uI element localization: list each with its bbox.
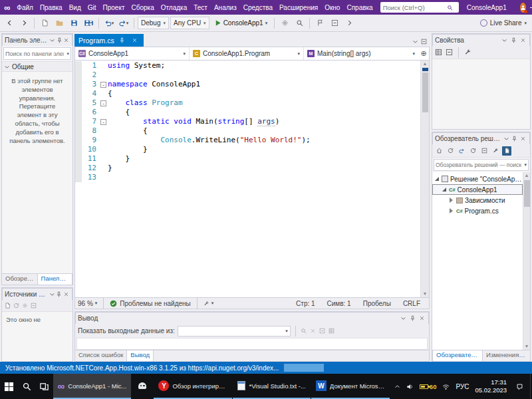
home-icon[interactable] [434,146,444,156]
scrollbar-thumb[interactable] [422,72,428,112]
autoscroll-icon[interactable] [329,328,334,334]
scroll-down-icon[interactable]: ▼ [423,291,428,297]
solution-explorer-header[interactable]: Обозреватель решений [432,132,530,144]
task-view-button[interactable] [35,374,53,399]
window-position-menu-icon[interactable] [49,290,56,299]
code-line[interactable]: 7- static void Main(string[] args) [75,117,420,126]
menu-item[interactable]: Отладка [158,4,191,11]
close-icon[interactable] [63,36,70,45]
live-share-button[interactable]: Live Share▾ [480,19,527,27]
code-editor[interactable]: 1using System;23-namespace ConsoleApp14{… [74,61,430,298]
navigate-back-button[interactable] [3,17,16,30]
menu-item[interactable]: Проект [100,4,128,11]
tab-list-chevron-icon[interactable] [412,39,418,45]
bookmark-button[interactable] [313,17,327,30]
code-line[interactable]: 3-namespace ConsoleApp1 [75,80,420,89]
breakpoint-margin[interactable] [75,136,82,145]
pin-icon[interactable] [510,134,519,144]
save-button[interactable] [67,17,80,30]
menu-item[interactable]: Расширения [276,4,321,11]
close-icon[interactable] [519,134,527,144]
collapse-regions-button[interactable] [328,17,341,30]
menu-item[interactable]: Вид [66,4,84,11]
code-line[interactable]: 8 { [75,126,420,136]
menu-item[interactable]: Средства [240,4,276,11]
menu-item[interactable]: Анализ [211,4,240,11]
add-source-icon[interactable] [5,303,11,309]
menu-item[interactable]: Справка [343,4,376,11]
properties-shortcut-icon[interactable] [491,146,500,156]
chevron-down-icon[interactable]: ▾ [65,51,70,57]
preview-selected-items-icon[interactable] [502,146,511,156]
code-line[interactable]: 6 { [75,108,420,117]
clock[interactable]: 17:31 05.02.2023 [475,378,507,394]
start-debugging-button[interactable]: ConsoleApp1▾ [211,17,271,30]
breakpoint-margin[interactable] [75,70,82,80]
status-segment[interactable]: Симв: 1 [321,300,357,307]
attach-debugger-button[interactable] [278,17,291,30]
solution-tab[interactable]: Обозреватель реше... [432,350,483,361]
output-source-dropdown[interactable]: ▾ [178,326,291,336]
tree-expander-icon[interactable] [448,208,454,213]
menu-item[interactable]: Тест [190,4,211,11]
scroll-down-icon[interactable]: ▼ [525,343,529,350]
window-position-menu-icon[interactable] [49,36,56,45]
breakpoint-margin[interactable] [75,61,82,70]
toolbox-group-header[interactable]: Общие [2,61,72,72]
tree-item-csproj[interactable]: C#ConsoleApp1 [432,184,523,195]
battery-indicator[interactable]: 60 [420,383,437,390]
property-pages-icon[interactable] [464,49,471,56]
taskbar-button-vs[interactable]: ∞ConsoleApp1 - Mic... [53,374,132,399]
split-window-button[interactable]: ⊕ [418,49,429,58]
menu-item[interactable]: Сборка [128,4,157,11]
breakpoint-margin[interactable] [75,80,82,89]
toolbox-header[interactable]: Панель элементов [2,34,72,46]
fold-collapse-control[interactable]: - [99,80,108,89]
code-line[interactable]: 13 [75,173,420,182]
user-avatar[interactable] [520,3,526,13]
code-line[interactable]: 2 [75,70,420,80]
fold-collapse-control[interactable]: - [99,117,108,126]
close-icon[interactable] [417,314,426,323]
menu-item[interactable]: Правка [37,4,66,11]
categorized-view-icon[interactable] [435,49,442,56]
quick-launch-search[interactable] [380,2,459,13]
float-window-icon[interactable] [421,39,427,45]
language-indicator[interactable]: РУС [456,383,469,390]
pin-icon[interactable] [56,290,63,299]
action-center-button[interactable] [513,383,526,390]
breakpoint-margin[interactable] [75,173,82,182]
properties-header[interactable]: Свойства [432,34,530,46]
zoom-dropdown[interactable]: 96 %▾ [78,300,97,307]
properties-content[interactable] [432,59,530,129]
output-tab[interactable]: Список ошибок [75,350,126,361]
menu-item[interactable]: Файл [13,4,37,11]
data-sources-header[interactable]: Источники данных [2,288,72,300]
tree-item-deps[interactable]: Зависимости [432,195,523,205]
output-content[interactable] [76,338,428,350]
scroll-up-icon[interactable]: ▲ [525,172,529,179]
code-line[interactable]: 5- class Program [75,98,420,108]
taskbar-button-skull[interactable] [132,374,153,399]
switch-views-icon[interactable] [446,146,455,156]
network-icon[interactable] [442,383,450,390]
navigate-forward-button[interactable] [17,17,31,30]
pin-icon[interactable] [118,36,127,45]
breakpoint-margin[interactable] [75,126,82,136]
close-icon[interactable] [63,290,70,299]
new-file-button[interactable] [38,17,51,30]
search-options-chevron-icon[interactable]: ▾ [523,162,528,168]
find-in-files-button[interactable] [293,17,306,30]
code-line[interactable]: 12} [75,164,420,173]
code-line[interactable]: 1using System; [75,61,420,70]
toolbox-search-input[interactable] [4,51,65,57]
pin-icon[interactable] [408,314,417,323]
taskbar-search-button[interactable] [18,374,36,399]
breakpoint-margin[interactable] [75,98,82,108]
refresh-icon[interactable] [13,303,19,309]
status-segment[interactable]: Стр: 1 [290,300,321,307]
tray-chevron-up-icon[interactable] [394,384,400,390]
type-dropdown[interactable]: C ConsoleApp1.Program ▾ [190,47,304,60]
alphabetical-view-icon[interactable] [446,49,453,56]
quick-launch-input[interactable] [383,4,447,11]
